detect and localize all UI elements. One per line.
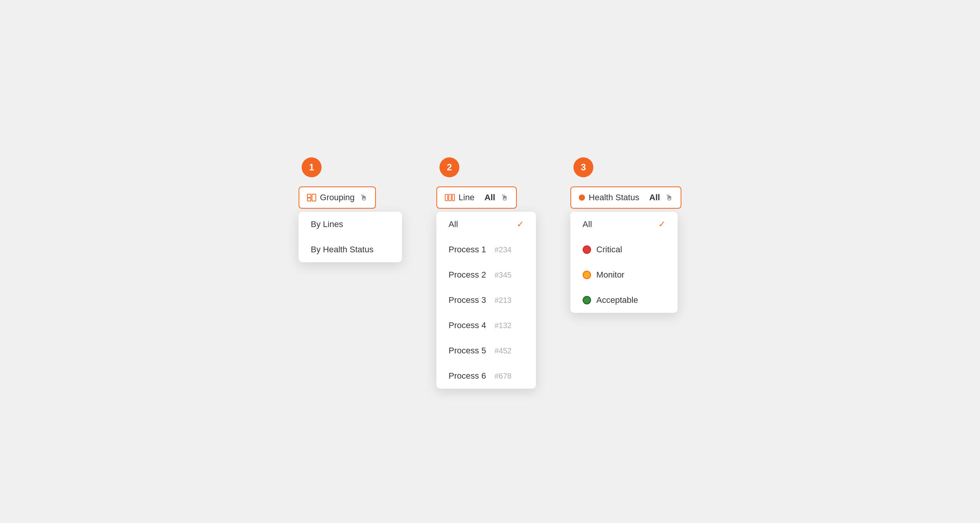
health-item-monitor-label: Monitor — [596, 270, 624, 280]
health-status-section: 3 Health Status All 🖱 All ✓ Critical Mon… — [570, 157, 681, 313]
step-badge-2: 2 — [439, 157, 459, 177]
acceptable-dot — [583, 296, 591, 304]
svg-rect-5 — [452, 194, 454, 201]
grouping-item-by-lines[interactable]: By Lines — [299, 212, 402, 237]
svg-rect-2 — [312, 194, 316, 201]
line-label-bold: All — [485, 193, 495, 203]
grouping-trigger[interactable]: Grouping 🖱 — [299, 186, 376, 209]
health-status-label-bold: All — [649, 193, 660, 203]
line-item-process1-number: #234 — [495, 245, 512, 254]
line-item-process6[interactable]: Process 6 #678 — [436, 363, 536, 389]
svg-rect-1 — [307, 198, 311, 201]
line-item-process4-number: #132 — [495, 321, 512, 330]
line-item-all-label: All — [449, 219, 458, 229]
cursor-icon-1: 🖱 — [360, 193, 368, 202]
line-item-process2[interactable]: Process 2 #345 — [436, 262, 536, 288]
line-item-process6-label: Process 6 — [449, 371, 486, 381]
monitor-dot — [583, 271, 591, 279]
check-icon-all: ✓ — [508, 219, 524, 229]
svg-rect-3 — [445, 194, 448, 201]
health-item-all-label: All — [583, 219, 592, 229]
health-item-acceptable-label: Acceptable — [596, 295, 638, 305]
check-icon-health-all: ✓ — [649, 219, 665, 229]
line-item-process5-number: #452 — [495, 346, 512, 355]
health-status-menu: All ✓ Critical Monitor Acceptable — [570, 212, 678, 313]
grouping-menu: By Lines By Health Status — [299, 212, 402, 262]
line-label: Line — [459, 193, 475, 203]
health-item-monitor[interactable]: Monitor — [570, 262, 678, 288]
line-item-process4[interactable]: Process 4 #132 — [436, 313, 536, 338]
health-item-critical-label: Critical — [596, 245, 622, 255]
critical-dot — [583, 245, 591, 254]
health-status-icon — [579, 194, 585, 201]
grouping-item-by-lines-label: By Lines — [311, 219, 343, 229]
line-item-process1[interactable]: Process 1 #234 — [436, 237, 536, 262]
health-item-acceptable[interactable]: Acceptable — [570, 288, 678, 313]
cursor-icon-2: 🖱 — [501, 193, 508, 202]
line-trigger[interactable]: Line All 🖱 — [436, 186, 517, 209]
health-status-trigger[interactable]: Health Status All 🖱 — [570, 186, 681, 209]
line-item-all[interactable]: All ✓ — [436, 212, 536, 237]
line-icon — [445, 194, 455, 201]
line-item-process4-label: Process 4 — [449, 320, 486, 330]
line-item-process2-number: #345 — [495, 271, 512, 279]
step-badge-3: 3 — [573, 157, 593, 177]
health-status-label: Health Status — [589, 193, 639, 203]
step-badge-1: 1 — [302, 157, 322, 177]
health-item-critical[interactable]: Critical — [570, 237, 678, 262]
grouping-item-by-health-status[interactable]: By Health Status — [299, 237, 402, 262]
line-item-process3[interactable]: Process 3 #213 — [436, 288, 536, 313]
line-item-process1-label: Process 1 — [449, 245, 486, 255]
grouping-label: Grouping — [320, 193, 355, 203]
cursor-icon-3: 🖱 — [665, 193, 673, 202]
line-item-process3-number: #213 — [495, 296, 512, 305]
line-item-process5[interactable]: Process 5 #452 — [436, 338, 536, 363]
line-item-process2-label: Process 2 — [449, 270, 486, 280]
line-item-process3-label: Process 3 — [449, 295, 486, 305]
svg-rect-4 — [449, 194, 451, 201]
grouping-icon — [307, 194, 316, 201]
line-item-process5-label: Process 5 — [449, 346, 486, 356]
grouping-section: 1 Grouping 🖱 By Lines By Health Status — [299, 157, 402, 262]
line-section: 2 Line All 🖱 All ✓ Process 1 #234 — [436, 157, 536, 389]
svg-rect-0 — [307, 194, 311, 198]
health-item-all[interactable]: All ✓ — [570, 212, 678, 237]
line-menu: All ✓ Process 1 #234 Process 2 #345 Proc… — [436, 212, 536, 389]
main-container: 1 Grouping 🖱 By Lines By Health Status 2 — [299, 134, 681, 389]
line-item-process6-number: #678 — [495, 372, 512, 381]
grouping-item-by-health-status-label: By Health Status — [311, 245, 374, 255]
